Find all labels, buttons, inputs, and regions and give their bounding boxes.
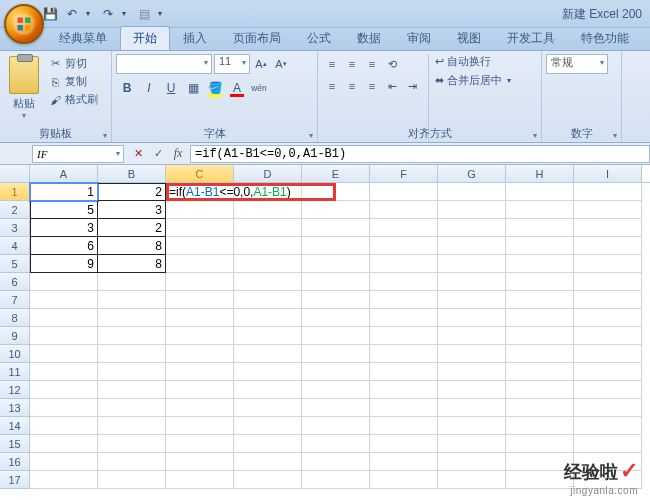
cell[interactable] [370,471,438,489]
italic-button[interactable]: I [138,77,160,99]
cell[interactable] [166,237,234,255]
tab-page-layout[interactable]: 页面布局 [220,26,294,50]
row-header[interactable]: 3 [0,219,30,237]
col-header-c[interactable]: C [166,165,234,182]
increase-font-icon[interactable]: A▴ [252,54,270,74]
phonetic-button[interactable]: wén [248,77,270,99]
align-center-icon[interactable]: ≡ [342,76,362,96]
cell[interactable] [30,273,98,291]
cell[interactable] [166,381,234,399]
cell[interactable] [234,291,302,309]
cell[interactable] [98,273,166,291]
row-header[interactable]: 15 [0,435,30,453]
cell[interactable] [302,381,370,399]
cell[interactable] [98,291,166,309]
cell[interactable] [234,417,302,435]
col-header-i[interactable]: I [574,165,642,182]
cell[interactable] [574,219,642,237]
fx-button[interactable]: fx [168,145,188,163]
cell[interactable] [438,363,506,381]
copy-button[interactable]: ⎘复制 [48,74,98,89]
cell[interactable] [370,183,438,201]
cell[interactable] [506,327,574,345]
cell[interactable] [438,201,506,219]
cell[interactable] [234,273,302,291]
cell[interactable] [234,471,302,489]
qat-customize-icon[interactable]: ▾ [158,9,166,18]
cell[interactable] [166,399,234,417]
cell[interactable] [438,471,506,489]
cell[interactable] [302,237,370,255]
cell[interactable] [234,201,302,219]
cell[interactable]: 8 [98,255,166,273]
cell[interactable] [506,201,574,219]
font-size-combo[interactable]: 11 [214,54,250,74]
save-icon[interactable]: 💾 [42,6,58,22]
cell[interactable] [166,327,234,345]
tab-view[interactable]: 视图 [444,26,494,50]
cell[interactable] [302,417,370,435]
cell[interactable] [438,309,506,327]
tab-data[interactable]: 数据 [344,26,394,50]
fill-color-button[interactable]: 🪣 [204,77,226,99]
underline-button[interactable]: U [160,77,182,99]
number-format-combo[interactable]: 常规 [546,54,608,74]
cell[interactable] [574,363,642,381]
decrease-font-icon[interactable]: A▾ [272,54,290,74]
cell[interactable] [30,309,98,327]
bold-button[interactable]: B [116,77,138,99]
tab-special[interactable]: 特色功能 [568,26,642,50]
cell[interactable] [30,435,98,453]
cell[interactable] [438,219,506,237]
cell[interactable] [370,237,438,255]
cell[interactable] [506,273,574,291]
cell[interactable] [98,453,166,471]
undo-dropdown-icon[interactable]: ▾ [86,9,94,18]
cell[interactable] [302,471,370,489]
cell[interactable] [166,309,234,327]
redo-dropdown-icon[interactable]: ▾ [122,9,130,18]
row-header[interactable]: 11 [0,363,30,381]
cell[interactable] [438,237,506,255]
tab-home[interactable]: 开始 [120,26,170,50]
cell[interactable] [30,345,98,363]
cell[interactable] [506,417,574,435]
cell[interactable] [302,435,370,453]
align-top-icon[interactable]: ≡ [322,54,342,74]
cell[interactable] [574,309,642,327]
border-button[interactable]: ▦ [182,77,204,99]
cell[interactable] [98,417,166,435]
row-header[interactable]: 17 [0,471,30,489]
cell[interactable] [234,381,302,399]
cell[interactable]: 6 [30,237,98,255]
cell[interactable] [574,273,642,291]
decrease-indent-icon[interactable]: ⇤ [382,76,402,96]
align-right-icon[interactable]: ≡ [362,76,382,96]
cell[interactable] [166,219,234,237]
increase-indent-icon[interactable]: ⇥ [402,76,422,96]
wrap-text-button[interactable]: ↩自动换行 [435,54,511,69]
cell[interactable] [574,291,642,309]
align-bottom-icon[interactable]: ≡ [362,54,382,74]
cell[interactable] [370,273,438,291]
cell[interactable] [234,345,302,363]
tab-classic-menu[interactable]: 经典菜单 [46,26,120,50]
cell[interactable] [166,255,234,273]
cell[interactable] [506,435,574,453]
cell[interactable] [98,345,166,363]
cell[interactable] [302,363,370,381]
print-icon[interactable]: ▤ [136,6,152,22]
cell[interactable] [302,255,370,273]
cell[interactable] [30,471,98,489]
cell[interactable]: 3 [30,219,98,237]
cell[interactable] [574,345,642,363]
cell[interactable] [30,381,98,399]
cell[interactable] [438,273,506,291]
cell[interactable] [370,345,438,363]
row-header[interactable]: 6 [0,273,30,291]
cell[interactable]: 8 [98,237,166,255]
cell[interactable] [30,327,98,345]
cell[interactable]: 3 [98,201,166,219]
cell[interactable] [302,201,370,219]
row-header[interactable]: 4 [0,237,30,255]
